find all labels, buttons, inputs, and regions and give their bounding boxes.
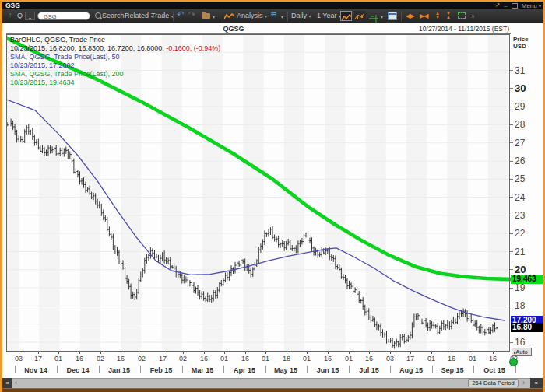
- scroll-jump-left-button[interactable]: «: [2, 378, 12, 388]
- x-axis-day-label: 18: [280, 355, 294, 362]
- legend-series-sma200: SMA, QGSG, Trade Price(Last), 200: [10, 70, 220, 79]
- x-axis-month-label: May 15: [265, 366, 306, 374]
- x-axis-tick: [79, 352, 80, 354]
- collapse-toolbar-icon[interactable]: «: [468, 15, 477, 18]
- x-axis-tick: [38, 352, 39, 354]
- scroll-step-left-button[interactable]: ‹: [15, 378, 17, 388]
- x-axis-tick: [58, 352, 59, 354]
- x-axis-tick: [183, 352, 184, 354]
- x-axis-month-label: Nov 14: [16, 366, 56, 374]
- analysis-icon: [224, 13, 234, 19]
- x-axis-day-label: 01: [51, 355, 65, 362]
- data-period-button[interactable]: 264 Data Period: [468, 379, 519, 387]
- x-axis-tick: [349, 352, 350, 354]
- chart-title: QGSG: [202, 25, 265, 33]
- y-axis-tick-label: 18: [515, 300, 541, 311]
- title-bar: GSG ↗ – Menu ▾: [2, 2, 543, 9]
- expand-horizontal-icon[interactable]: ◀▶: [406, 12, 413, 20]
- chart-style-candle-icon[interactable]: [354, 11, 366, 21]
- layout-panel-icon[interactable]: [388, 12, 397, 20]
- y-axis-tick: [510, 142, 513, 143]
- waves-icon[interactable]: ≋: [270, 9, 277, 19]
- y-axis-tick: [510, 197, 513, 198]
- y-axis-tick-label: 29: [515, 101, 541, 112]
- x-axis-month-label: Jul 15: [349, 366, 389, 374]
- legend-change-value: -0.1600, (-0.94%): [164, 44, 221, 52]
- chart-date-range: 10/27/2014 - 11/11/2015 (EST): [343, 25, 509, 33]
- measure-dropdown-icon[interactable]: ▾: [381, 12, 383, 22]
- x-axis-tick: [328, 352, 329, 354]
- y-axis-tick-label: 20: [515, 264, 541, 275]
- folder-dropdown-icon[interactable]: ▾: [213, 12, 215, 22]
- trade-menu[interactable]: Trade ▾: [151, 11, 174, 21]
- quote-type-dropdown[interactable]: ▾: [25, 12, 35, 20]
- x-axis-day-label: 02: [135, 355, 149, 362]
- y-axis-tick: [510, 124, 513, 125]
- scroll-step-right-button[interactable]: ›: [522, 378, 525, 388]
- x-axis-tick: [163, 352, 164, 354]
- x-axis-tick: [369, 352, 370, 354]
- scroll-jump-right-button[interactable]: »: [530, 378, 543, 388]
- legend-series-sma50: SMA, QGSG, Trade Price(Last), 50: [10, 53, 220, 61]
- y-axis-tick-label: 21: [515, 247, 541, 257]
- x-axis-tick: [265, 352, 266, 354]
- price-marker-label: 19.463: [511, 275, 543, 284]
- chart-style-line-icon[interactable]: [340, 11, 352, 21]
- y-axis-tick-label: 24: [515, 192, 541, 203]
- time-scrollbar-track[interactable]: [2, 378, 543, 388]
- x-axis-tick: [224, 352, 225, 354]
- y-axis-tick: [510, 288, 513, 289]
- x-axis-day-label: 16: [72, 355, 86, 362]
- interval-dropdown[interactable]: Daily ▾: [291, 11, 311, 21]
- minimize-icon[interactable]: –: [504, 2, 507, 9]
- x-axis-day-label: 03: [12, 355, 26, 362]
- x-axis-tick: [19, 352, 19, 354]
- analysis-menu[interactable]: Analysis ▾: [237, 11, 267, 21]
- y-axis-title: PriceUSD: [513, 36, 529, 50]
- x-axis-day-label: 01: [342, 355, 356, 362]
- y-axis-tick-label: 27: [515, 138, 541, 149]
- toolbar: ↑ Q ▾ GSG Search Related ▾ Trade ▾ ↶ ↷ ▾…: [2, 9, 543, 24]
- x-axis-day-label: 01: [424, 355, 438, 362]
- x-axis-day-label: 16: [445, 355, 459, 362]
- x-axis-tick: [307, 352, 308, 354]
- month-separator: [515, 366, 516, 373]
- x-axis-month-label: Oct 15: [474, 366, 515, 374]
- related-menu[interactable]: Related ▾: [125, 11, 153, 21]
- chart-legend: BarOHLC, QGSG, Trade Price 10/23/2015, 1…: [10, 36, 220, 87]
- hourglass-icon[interactable]: ▼▲: [446, 12, 451, 19]
- redo-icon[interactable]: ↷: [188, 9, 195, 19]
- x-axis-day-label: 16: [238, 355, 252, 362]
- expand-vertical-icon[interactable]: ▲▼: [435, 12, 440, 19]
- x-axis-tick: [287, 352, 287, 354]
- collapse-horizontal-icon[interactable]: ▶◀: [420, 12, 427, 20]
- y-axis-tick: [510, 107, 513, 107]
- y-axis-tick: [510, 269, 513, 270]
- y-axis-tick: [510, 251, 513, 252]
- zoom-select-icon[interactable]: [458, 12, 466, 19]
- range-dropdown[interactable]: 1 Year ▾: [317, 11, 341, 21]
- y-axis-tick-label: 25: [515, 173, 541, 184]
- x-axis-day-label: 01: [466, 355, 480, 362]
- x-axis-tick: [390, 352, 391, 354]
- window-border-top: [0, 0, 545, 2]
- x-axis-month-label: Aug 15: [391, 366, 431, 374]
- undo-icon[interactable]: ↶: [177, 9, 184, 19]
- symbol-input[interactable]: GSG: [37, 12, 90, 20]
- legend-sma50-value: 10/23/2015, 17.2002: [10, 61, 220, 70]
- x-axis-month-label: Sep 15: [432, 366, 473, 374]
- popout-icon[interactable]: ↗: [495, 2, 501, 9]
- folder-icon[interactable]: [202, 13, 210, 19]
- x-axis-tick: [493, 352, 494, 354]
- waves-dropdown-icon[interactable]: ▾: [281, 12, 283, 22]
- x-axis-day-label: 16: [362, 355, 376, 362]
- x-axis-month-label: Jan 15: [99, 366, 139, 374]
- y-axis-tick: [510, 306, 513, 306]
- x-axis-day-label: 02: [176, 355, 190, 362]
- x-axis-day-label: 01: [217, 355, 231, 362]
- x-axis-month-label: Jun 15: [308, 366, 348, 374]
- y-axis-tick: [510, 161, 513, 162]
- menu-button[interactable]: Menu ▾: [522, 2, 541, 9]
- window-icon[interactable]: [512, 3, 518, 9]
- x-axis-month-label: Apr 15: [224, 366, 265, 374]
